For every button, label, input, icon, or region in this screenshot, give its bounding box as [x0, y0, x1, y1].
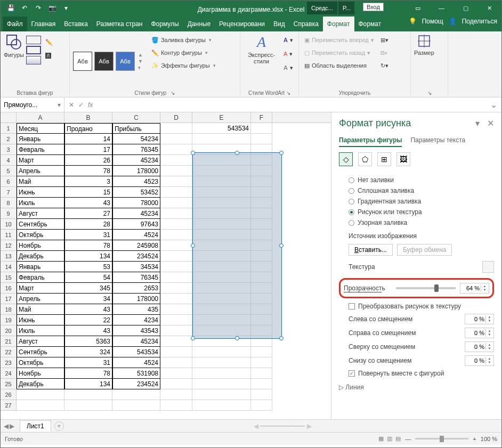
cell[interactable]: 245908 [112, 240, 160, 251]
tile-as-texture-check[interactable]: Преобразовать рисунок в текстуру [339, 300, 494, 312]
cell[interactable]: 45234 [112, 336, 160, 347]
row-header[interactable]: 7 [1, 187, 17, 198]
cell[interactable]: Май [17, 304, 64, 315]
sheet-nav-prev[interactable]: ◀ [4, 422, 9, 430]
zoom-slider[interactable] [415, 438, 468, 439]
cell[interactable]: 45234 [112, 208, 160, 219]
row-header[interactable]: 2 [1, 134, 17, 144]
cell[interactable] [64, 400, 112, 411]
pane-options-icon[interactable]: ▾ [475, 118, 480, 128]
cell[interactable] [160, 187, 192, 198]
wordart-quick-styles[interactable]: A Экспресс-стили [244, 34, 279, 89]
cell[interactable] [160, 315, 192, 325]
cell[interactable] [17, 400, 64, 411]
tab-home[interactable]: Главная [27, 17, 60, 31]
cell[interactable] [251, 357, 272, 368]
gallery-down[interactable]: ▼ [138, 59, 143, 64]
cell[interactable] [17, 389, 64, 400]
cell[interactable]: Январь [17, 262, 64, 272]
cell[interactable]: Февраль [17, 144, 64, 155]
fill-none-radio[interactable]: Нет заливки [339, 175, 494, 185]
confirm-formula-icon[interactable]: ✓ [78, 101, 84, 109]
text-effects-btn[interactable]: A▾ [281, 61, 295, 74]
cell[interactable]: 34 [64, 294, 112, 304]
col-header[interactable]: F [251, 112, 272, 123]
cell[interactable]: Март [17, 283, 64, 294]
cell[interactable] [160, 198, 192, 208]
cell[interactable] [160, 123, 192, 134]
cell[interactable]: 28 [64, 219, 112, 230]
cell[interactable]: Март [17, 155, 64, 166]
transparency-slider[interactable] [396, 287, 456, 289]
offset-left-spinner[interactable]: ▲▼ [465, 314, 494, 324]
cell[interactable]: Апрель [17, 166, 64, 176]
cell[interactable]: 345 [64, 283, 112, 294]
picture-tools-tab[interactable]: Р... [338, 2, 354, 14]
cell[interactable] [160, 389, 192, 400]
row-header[interactable]: 21 [1, 336, 17, 347]
rotate-btn[interactable]: ↻▾ [378, 59, 391, 72]
row-header[interactable]: 10 [1, 219, 17, 230]
size-properties-icon[interactable]: ⊞ [377, 152, 391, 166]
cell[interactable] [251, 123, 272, 134]
row-header[interactable]: 16 [1, 283, 17, 294]
cell[interactable]: 78 [64, 166, 112, 176]
tab-formulas[interactable]: Формулы [147, 17, 183, 31]
cell[interactable]: 76345 [112, 144, 160, 155]
close-icon[interactable]: ✕ [477, 1, 501, 15]
cell[interactable]: 134 [64, 251, 112, 262]
cell[interactable] [160, 155, 192, 166]
cell[interactable]: 178000 [112, 294, 160, 304]
tab-text-options[interactable]: Параметры текста [410, 134, 465, 147]
cell[interactable]: Сентябрь [17, 347, 64, 357]
cell[interactable] [251, 368, 272, 379]
cell[interactable] [192, 368, 251, 379]
cell[interactable]: 31 [64, 357, 112, 368]
row-header[interactable]: 9 [1, 208, 17, 219]
cell[interactable]: Месяц [17, 123, 64, 134]
text-fill-btn[interactable]: A▾ [281, 34, 295, 46]
align-btn[interactable]: ⊞▾ [378, 34, 391, 46]
pane-close-icon[interactable]: ✕ [487, 118, 494, 128]
cell[interactable]: Ноябрь [17, 240, 64, 251]
cell[interactable]: Февраль [17, 272, 64, 283]
cell[interactable]: 26 [64, 155, 112, 166]
minimize-icon[interactable]: — [430, 1, 454, 15]
cell[interactable] [160, 166, 192, 176]
cell[interactable] [160, 304, 192, 315]
insert-picture-btn[interactable]: Вставить... [349, 244, 393, 256]
cell[interactable]: 22 [64, 315, 112, 325]
style-preset-1[interactable]: Абв [73, 52, 92, 71]
cell[interactable]: 43 [64, 325, 112, 336]
row-header[interactable]: 26 [1, 389, 17, 400]
row-header[interactable]: 20 [1, 325, 17, 336]
cell[interactable]: 43 [64, 304, 112, 315]
cell[interactable]: 97643 [112, 219, 160, 230]
cell[interactable] [251, 389, 272, 400]
tab-insert[interactable]: Вставка [60, 17, 92, 31]
row-header[interactable]: 23 [1, 357, 17, 368]
cell[interactable]: Июнь [17, 187, 64, 198]
cell[interactable] [160, 251, 192, 262]
row-header[interactable]: 25 [1, 379, 17, 389]
shape-effects-btn[interactable]: ✨ Эффекты фигуры▾ [149, 59, 218, 72]
cell[interactable] [160, 176, 192, 187]
style-preset-3[interactable]: Абв [116, 52, 135, 71]
row-header[interactable]: 22 [1, 347, 17, 357]
cell[interactable] [192, 379, 251, 389]
selection-pane-btn[interactable]: ▤ Область выделения [302, 59, 376, 72]
cell[interactable]: Октябрь [17, 230, 64, 240]
effects-icon[interactable]: ⬠ [358, 152, 372, 166]
cell[interactable]: 543534 [192, 123, 251, 134]
name-box[interactable]: Прямоуго...▾ [1, 97, 64, 112]
cell[interactable]: 53 [64, 262, 112, 272]
cell[interactable]: Август [17, 336, 64, 347]
cell[interactable]: 17 [64, 144, 112, 155]
expand-formula-bar[interactable]: ⌄ [486, 100, 501, 110]
cell[interactable]: Сентябрь [17, 219, 64, 230]
cell[interactable]: 543534 [112, 347, 160, 357]
offset-bottom-spinner[interactable]: ▲▼ [465, 355, 494, 366]
cell[interactable]: Июль [17, 198, 64, 208]
cell[interactable] [251, 400, 272, 411]
row-header[interactable]: 18 [1, 304, 17, 315]
